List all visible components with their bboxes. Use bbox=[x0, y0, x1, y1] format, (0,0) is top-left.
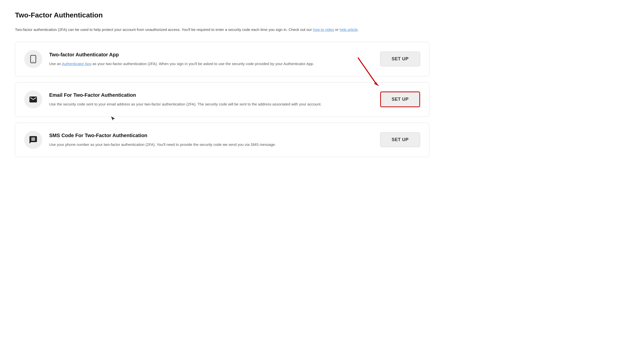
email-2fa-setup-button[interactable]: SET UP bbox=[380, 92, 420, 107]
sms-2fa-content: SMS Code For Two-Factor Authentication U… bbox=[49, 132, 373, 148]
authenticator-app-content: Two-factor Authenticator App Use an Auth… bbox=[49, 51, 373, 67]
email-2fa-description: Use the security code sent to your email… bbox=[49, 101, 324, 108]
authenticator-app-description: Use an Authenticator App as your two-fac… bbox=[49, 61, 324, 67]
help-article-link[interactable]: help article bbox=[339, 28, 358, 32]
sms-2fa-icon-circle bbox=[24, 131, 42, 149]
page-description: Two-factor authentication (2FA) can be u… bbox=[15, 26, 364, 33]
sms-2fa-description: Use your phone number as your two-factor… bbox=[49, 142, 324, 148]
authenticator-app-card: Two-factor Authenticator App Use an Auth… bbox=[15, 42, 429, 76]
email-icon bbox=[29, 95, 38, 104]
email-2fa-icon-circle bbox=[24, 90, 42, 108]
sms-icon bbox=[29, 136, 38, 144]
sms-2fa-setup-button[interactable]: SET UP bbox=[380, 132, 420, 147]
email-2fa-card: Email For Two-Factor Authentication Use … bbox=[15, 82, 429, 117]
svg-marker-3 bbox=[374, 82, 379, 86]
mobile-icon bbox=[29, 54, 38, 64]
sms-2fa-title: SMS Code For Two-Factor Authentication bbox=[49, 132, 373, 139]
email-2fa-content: Email For Two-Factor Authentication Use … bbox=[49, 91, 373, 108]
sms-2fa-card: SMS Code For Two-Factor Authentication U… bbox=[15, 123, 429, 157]
authenticator-app-title: Two-factor Authenticator App bbox=[49, 51, 373, 58]
email-2fa-title: Email For Two-Factor Authentication bbox=[49, 91, 373, 99]
authenticator-app-link[interactable]: Authenticator App bbox=[62, 62, 91, 66]
page-title: Two-Factor Authentication bbox=[15, 10, 624, 20]
how-to-video-link[interactable]: how-to video bbox=[313, 28, 334, 32]
authenticator-app-setup-button[interactable]: SET UP bbox=[380, 52, 420, 66]
authenticator-app-icon-circle bbox=[24, 50, 42, 68]
